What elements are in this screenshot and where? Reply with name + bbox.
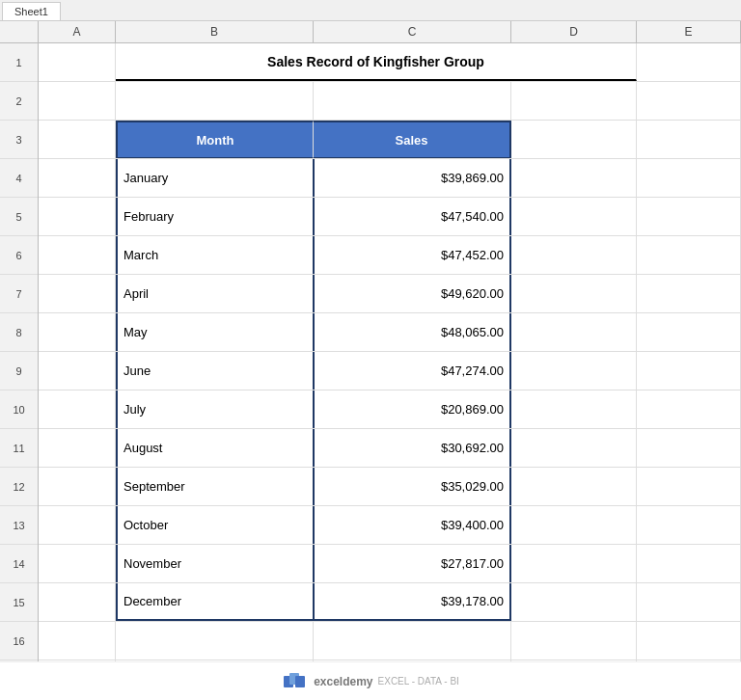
table-month-1[interactable]: February [116, 198, 314, 235]
cell-d15[interactable] [511, 583, 637, 621]
footer: exceldemy EXCEL - DATA - BI [0, 661, 741, 700]
cell-d17[interactable] [511, 660, 637, 661]
cell-a3[interactable] [39, 121, 116, 158]
cell-e7[interactable] [637, 275, 741, 312]
table-sales-9[interactable]: $39,400.00 [314, 506, 511, 544]
cell-d2[interactable] [511, 82, 637, 120]
cell-e14[interactable] [637, 545, 741, 582]
cell-a11[interactable] [39, 429, 116, 467]
cell-a2[interactable] [39, 82, 116, 120]
cell-a8[interactable] [39, 313, 116, 351]
cell-a15[interactable] [39, 583, 116, 621]
column-header-row: A B C D E [0, 21, 741, 43]
cell-e11[interactable] [637, 429, 741, 467]
table-sales-0[interactable]: $39,869.00 [314, 159, 511, 197]
cell-d8[interactable] [511, 313, 637, 351]
cell-d3[interactable] [511, 121, 637, 158]
table-sales-3[interactable]: $49,620.00 [314, 275, 511, 312]
cell-e1[interactable] [637, 43, 741, 81]
cell-e13[interactable] [637, 506, 741, 544]
table-month-6[interactable]: July [116, 390, 314, 428]
row-num-3: 3 [0, 121, 38, 159]
cell-d4[interactable] [511, 159, 637, 197]
table-sales-5[interactable]: $47,274.00 [314, 352, 511, 390]
cell-e16[interactable] [637, 622, 741, 660]
cell-b16[interactable] [116, 622, 314, 660]
table-sales-4[interactable]: $48,065.00 [314, 313, 511, 351]
cell-e4[interactable] [637, 159, 741, 197]
col-header-d[interactable]: D [511, 21, 637, 42]
cell-c16[interactable] [314, 622, 511, 660]
grid-row-3: MonthSales [39, 121, 741, 159]
table-sales-8[interactable]: $35,029.00 [314, 468, 511, 505]
grid-row-17 [39, 660, 741, 661]
table-month-11[interactable]: December [116, 583, 314, 621]
cell-e10[interactable] [637, 390, 741, 428]
cell-b17[interactable] [116, 660, 314, 661]
cell-d7[interactable] [511, 275, 637, 312]
cell-e2[interactable] [637, 82, 741, 120]
cell-a17[interactable] [39, 660, 116, 661]
cell-e8[interactable] [637, 313, 741, 351]
cell-d5[interactable] [511, 198, 637, 235]
table-month-2[interactable]: March [116, 236, 314, 274]
table-month-4[interactable]: May [116, 313, 314, 351]
cell-d6[interactable] [511, 236, 637, 274]
cell-d16[interactable] [511, 622, 637, 660]
table-month-3[interactable]: April [116, 275, 314, 312]
table-sales-7[interactable]: $30,692.00 [314, 429, 511, 467]
table-month-7[interactable]: August [116, 429, 314, 467]
cell-c2[interactable] [314, 82, 511, 120]
cell-a6[interactable] [39, 236, 116, 274]
cell-e15[interactable] [637, 583, 741, 621]
grid-row-1: Sales Record of Kingfisher Group [39, 43, 741, 82]
col-header-e[interactable]: E [637, 21, 741, 42]
table-month-9[interactable]: October [116, 506, 314, 544]
cell-e17[interactable] [637, 660, 741, 661]
cell-e12[interactable] [637, 468, 741, 505]
table-sales-2[interactable]: $47,452.00 [314, 236, 511, 274]
cell-a12[interactable] [39, 468, 116, 505]
cell-b2[interactable] [116, 82, 314, 120]
sheet-tab[interactable]: Sheet1 [2, 2, 61, 20]
cell-d11[interactable] [511, 429, 637, 467]
table-header-month[interactable]: Month [116, 121, 314, 158]
row-num-7: 7 [0, 275, 38, 313]
table-month-8[interactable]: September [116, 468, 314, 505]
cell-a5[interactable] [39, 198, 116, 235]
table-sales-10[interactable]: $27,817.00 [314, 545, 511, 582]
cell-d10[interactable] [511, 390, 637, 428]
cell-c17[interactable] [314, 660, 511, 661]
grid-row-10: July$20,869.00 [39, 390, 741, 429]
row-num-12: 12 [0, 468, 38, 506]
table-sales-11[interactable]: $39,178.00 [314, 583, 511, 621]
cell-d14[interactable] [511, 545, 637, 582]
col-header-c[interactable]: C [314, 21, 511, 42]
cell-d13[interactable] [511, 506, 637, 544]
cell-e3[interactable] [637, 121, 741, 158]
cell-e9[interactable] [637, 352, 741, 390]
row-num-15: 15 [0, 583, 38, 622]
cell-a13[interactable] [39, 506, 116, 544]
cell-d12[interactable] [511, 468, 637, 505]
cell-a9[interactable] [39, 352, 116, 390]
cell-a10[interactable] [39, 390, 116, 428]
col-header-a[interactable]: A [39, 21, 116, 42]
cell-e6[interactable] [637, 236, 741, 274]
cell-a1[interactable] [39, 43, 116, 81]
cell-e5[interactable] [637, 198, 741, 235]
cell-a4[interactable] [39, 159, 116, 197]
cell-a14[interactable] [39, 545, 116, 582]
cell-a7[interactable] [39, 275, 116, 312]
cell-a16[interactable] [39, 622, 116, 660]
table-header-sales[interactable]: Sales [314, 121, 511, 158]
table-month-0[interactable]: January [116, 159, 314, 197]
table-sales-6[interactable]: $20,869.00 [314, 390, 511, 428]
cell-title[interactable]: Sales Record of Kingfisher Group [116, 43, 637, 81]
table-month-5[interactable]: June [116, 352, 314, 390]
col-header-b[interactable]: B [116, 21, 314, 42]
cell-d9[interactable] [511, 352, 637, 390]
table-month-10[interactable]: November [116, 545, 314, 582]
row-num-10: 10 [0, 390, 38, 429]
table-sales-1[interactable]: $47,540.00 [314, 198, 511, 235]
